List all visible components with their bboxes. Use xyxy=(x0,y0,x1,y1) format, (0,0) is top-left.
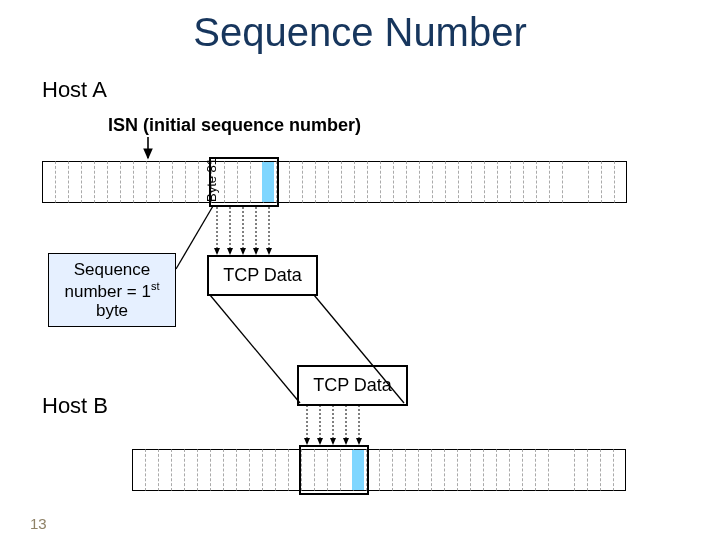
host-b-label: Host B xyxy=(42,393,108,419)
host-a-byte-stream xyxy=(42,161,644,203)
host-b-byte-stream xyxy=(132,449,644,491)
tcp-data-box-upper: TCP Data xyxy=(207,255,318,296)
tip-line2-sup: st xyxy=(151,280,160,292)
tip-line2a: number = 1 xyxy=(64,281,150,300)
lower-segment-frame xyxy=(299,445,369,495)
tip-line1: Sequence xyxy=(74,260,151,279)
tcp-data-box-lower: TCP Data xyxy=(297,365,408,406)
svg-line-12 xyxy=(210,295,300,403)
isn-label: ISN (initial sequence number) xyxy=(108,115,361,136)
byte-81-label: Byte 81 xyxy=(204,158,219,202)
sequence-tip-box: Sequence number = 1st byte xyxy=(48,253,176,327)
upper-segment-frame xyxy=(209,157,279,207)
slide-number: 13 xyxy=(30,515,47,532)
page-title: Sequence Number xyxy=(0,10,720,55)
host-a-label: Host A xyxy=(42,77,107,103)
tip-line3: byte xyxy=(96,301,128,320)
